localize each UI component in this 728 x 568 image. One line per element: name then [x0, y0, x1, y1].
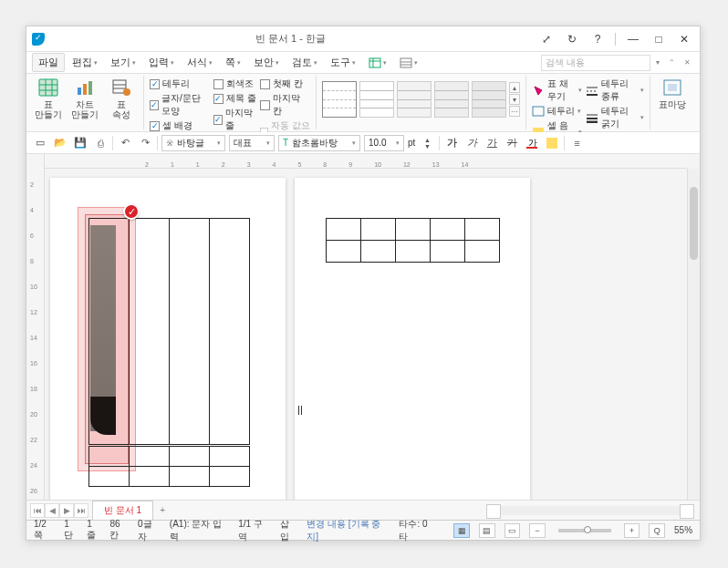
- menu-security[interactable]: 보안▾: [248, 54, 285, 71]
- horizontal-scrollbar[interactable]: [499, 506, 681, 515]
- expand-icon[interactable]: ⤢: [536, 31, 556, 47]
- table-properties-button[interactable]: 표 속성: [105, 76, 138, 119]
- reload-icon[interactable]: ↻: [562, 31, 582, 47]
- check-border[interactable]: ✓테두리: [150, 77, 210, 90]
- font-combo[interactable]: T함초롬바탕▾: [278, 135, 360, 151]
- canvas[interactable]: 2 1 1 2 3 4 5 8 9 10 12 13 14: [45, 154, 700, 500]
- menu-tools[interactable]: 도구▾: [325, 54, 361, 71]
- check-lastcol[interactable]: 마지막 칸: [260, 92, 310, 118]
- check-charpara[interactable]: ✓글자/문단 모양: [150, 92, 210, 118]
- svg-rect-13: [88, 81, 92, 95]
- status-col: 86칸: [109, 519, 129, 542]
- scrollbar-thumb[interactable]: [690, 187, 698, 260]
- opt-border[interactable]: 테두리▾: [532, 105, 582, 118]
- page1-table-main[interactable]: [88, 218, 250, 445]
- menu-label: 입력: [149, 56, 169, 69]
- check-lastrow[interactable]: ✓마지막 줄: [213, 107, 256, 132]
- search-input[interactable]: 검색 내용: [541, 55, 650, 71]
- nav-first-icon[interactable]: ⏮: [30, 503, 45, 518]
- vertical-scrollbar[interactable]: [687, 169, 700, 500]
- bold-button[interactable]: 가: [443, 135, 460, 151]
- strike-button[interactable]: 가: [504, 135, 520, 151]
- rep-combo[interactable]: 대표▾: [229, 135, 275, 151]
- table-style-5[interactable]: [472, 81, 506, 118]
- menu-edit[interactable]: 편집▾: [67, 54, 103, 71]
- view-mode-1-icon[interactable]: ▦: [453, 523, 470, 538]
- underline-button[interactable]: 가: [484, 135, 500, 151]
- ribbon-collapse-icon[interactable]: ⌃: [665, 58, 679, 67]
- table-margin-button[interactable]: 표마당: [656, 76, 689, 109]
- gallery-up-icon[interactable]: ▴: [509, 82, 520, 93]
- menu-context-2[interactable]: ▾: [394, 56, 423, 70]
- size-combo[interactable]: 10.0▾: [364, 135, 404, 151]
- new-doc-icon[interactable]: ▭: [32, 135, 48, 151]
- check-cellbg[interactable]: ✓셀 배경: [150, 119, 210, 132]
- svg-rect-11: [78, 88, 81, 95]
- insert-chart-button[interactable]: 차트 만들기: [68, 76, 101, 119]
- opt-border-weight[interactable]: 테두리 굵기▾: [586, 105, 644, 130]
- size-up-icon[interactable]: ▲▼: [419, 135, 435, 151]
- fontcolor-button[interactable]: 가: [524, 135, 540, 151]
- highlight-button[interactable]: [544, 135, 560, 151]
- search-dropdown-icon[interactable]: ▾: [652, 58, 663, 67]
- ribbon-close-icon[interactable]: ✕: [681, 58, 694, 67]
- italic-button[interactable]: 가: [463, 135, 480, 151]
- insert-table-button[interactable]: 표 만들기: [32, 76, 65, 119]
- print-icon[interactable]: ⎙: [92, 135, 109, 151]
- page1-table-footer[interactable]: [88, 446, 250, 487]
- menu-input[interactable]: 입력▾: [143, 54, 180, 71]
- gallery-down-icon[interactable]: ▾: [509, 94, 520, 105]
- check-grayscale[interactable]: 회색조: [213, 77, 256, 90]
- opt-border-kind[interactable]: 테두리 종류▾: [586, 77, 644, 103]
- table-style-1[interactable]: [322, 81, 357, 118]
- nav-last-icon[interactable]: ⏭: [74, 503, 88, 518]
- vertical-ruler: 2 4 6 8 10 12 14 16 18 20 22 24 26: [26, 154, 45, 500]
- view-mode-3-icon[interactable]: ▭: [504, 523, 521, 538]
- page-1[interactable]: ✓: [50, 178, 286, 500]
- menu-page[interactable]: 쪽▾: [220, 54, 246, 71]
- maximize-button[interactable]: □: [649, 31, 669, 47]
- tick: 5: [297, 161, 301, 168]
- close-button[interactable]: ✕: [674, 31, 694, 47]
- zoom-in-button[interactable]: +: [624, 523, 640, 538]
- workspace: 2 4 6 8 10 12 14 16 18 20 22 24 26 2 1 1…: [26, 154, 700, 500]
- opt-fill[interactable]: 표 채우기▾: [532, 77, 582, 103]
- svg-rect-28: [668, 84, 677, 91]
- zoom-fit-button[interactable]: Q: [649, 523, 665, 538]
- menu-review[interactable]: 검토▾: [286, 54, 323, 71]
- style-combo[interactable]: ※바탕글▾: [161, 135, 225, 151]
- nav-next-icon[interactable]: ▶: [59, 503, 74, 518]
- check-titlerow[interactable]: ✓제목 줄: [213, 92, 256, 105]
- menu-view[interactable]: 보기▾: [105, 54, 141, 71]
- table-style-2[interactable]: [359, 81, 394, 118]
- help-icon[interactable]: ?: [588, 31, 608, 47]
- redo-icon[interactable]: ↷: [137, 135, 153, 151]
- menu-format[interactable]: 서식▾: [182, 54, 218, 71]
- zoom-knob[interactable]: [584, 526, 591, 533]
- zoom-slider[interactable]: [558, 529, 611, 532]
- nav-prev-icon[interactable]: ◀: [45, 503, 59, 518]
- menu-file[interactable]: 파일: [32, 53, 65, 72]
- menu-context-1[interactable]: ▾: [363, 56, 392, 70]
- minimize-button[interactable]: —: [623, 31, 643, 47]
- check-firstcol[interactable]: 첫째 칸: [260, 77, 310, 90]
- status-track[interactable]: 변경 내용 [기록 중지]: [307, 518, 390, 543]
- gallery-more-icon[interactable]: ⋯: [509, 106, 520, 117]
- ribbon-group-tableopts: 표 채우기▾ 테두리▾ 셀 음영▾ 테두리 종류▾ 테두리 굵기▾ 테두리 색▾: [532, 76, 650, 129]
- page2-table[interactable]: [326, 218, 500, 263]
- table-style-3[interactable]: [397, 81, 432, 118]
- gallery-scroll: ▴ ▾ ⋯: [509, 82, 520, 117]
- more-icon[interactable]: ≡: [568, 135, 585, 151]
- undo-icon[interactable]: ↶: [117, 135, 133, 151]
- label: 셀 배경: [162, 119, 192, 132]
- tab-add-button[interactable]: +: [153, 505, 172, 515]
- open-icon[interactable]: 📂: [52, 135, 68, 151]
- table-style-4[interactable]: [434, 81, 469, 118]
- view-mode-2-icon[interactable]: ▤: [479, 523, 495, 538]
- tick: 26: [30, 488, 37, 494]
- save-icon[interactable]: 💾: [72, 135, 88, 151]
- zoom-out-button[interactable]: −: [529, 523, 546, 538]
- ribbon-group-gallery: ▴ ▾ ⋯: [322, 76, 526, 129]
- page-2[interactable]: [295, 178, 530, 500]
- label: 테두리 종류: [601, 77, 638, 103]
